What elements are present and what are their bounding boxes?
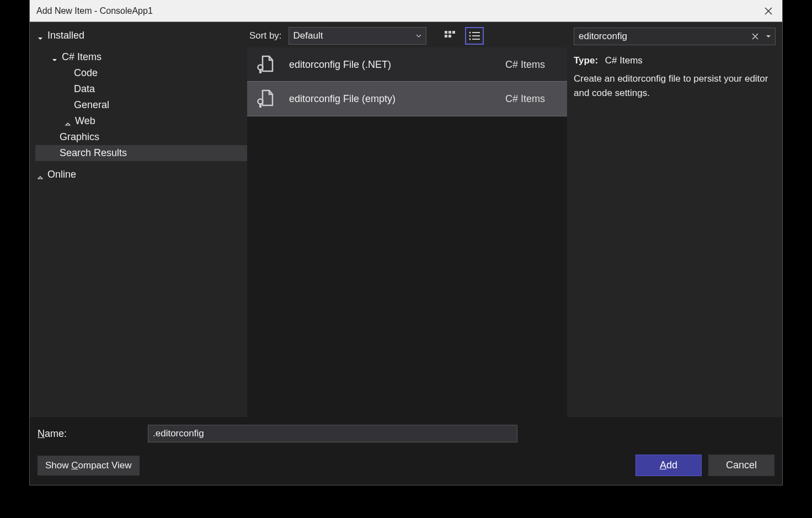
tree-item-data[interactable]: Data bbox=[35, 81, 247, 97]
window-title: Add New Item - ConsoleApp1 bbox=[36, 6, 153, 16]
svg-point-9 bbox=[469, 39, 471, 40]
type-label: Type: bbox=[574, 55, 598, 66]
svg-point-5 bbox=[469, 32, 471, 34]
titlebar: Add New Item - ConsoleApp1 bbox=[30, 0, 782, 22]
name-label: Name: bbox=[38, 428, 142, 440]
tree-label: C# Items bbox=[62, 51, 101, 63]
list-icon bbox=[469, 31, 480, 40]
category-tree: Installed C# Items Code Data General bbox=[30, 22, 247, 417]
tree-label: Online bbox=[47, 169, 76, 180]
details-panel: Type: C# Items Create an editorconfig fi… bbox=[567, 22, 782, 417]
chevron-right-icon bbox=[65, 118, 72, 125]
item-category: C# Items bbox=[505, 59, 545, 71]
chevron-down-icon bbox=[52, 54, 58, 61]
add-button[interactable]: Add bbox=[635, 455, 702, 476]
tree-label: Data bbox=[74, 83, 95, 95]
add-new-item-dialog: Add New Item - ConsoleApp1 Installed C# … bbox=[29, 0, 783, 485]
tree-item-code[interactable]: Code bbox=[35, 65, 247, 81]
tree-label: General bbox=[74, 99, 109, 111]
tree-label: Graphics bbox=[60, 131, 99, 143]
config-file-icon bbox=[253, 87, 276, 110]
list-item[interactable]: editorconfig File (.NET) C# Items bbox=[247, 47, 567, 82]
tree-label: Search Results bbox=[60, 147, 127, 159]
chevron-down-icon bbox=[38, 33, 44, 39]
close-icon bbox=[765, 7, 772, 15]
search-history-dropdown[interactable] bbox=[762, 34, 775, 39]
svg-rect-12 bbox=[259, 69, 261, 73]
tree-item-online[interactable]: Online bbox=[35, 167, 247, 183]
center-panel: Sort by: Default bbox=[247, 22, 567, 417]
search-input[interactable] bbox=[574, 31, 749, 42]
sort-by-dropdown[interactable]: Default bbox=[289, 27, 426, 45]
svg-rect-10 bbox=[472, 39, 480, 40]
svg-rect-8 bbox=[472, 35, 480, 36]
description-text: Create an editorconfig file to persist y… bbox=[574, 72, 776, 100]
list-toolbar: Sort by: Default bbox=[247, 22, 567, 47]
svg-rect-14 bbox=[259, 103, 261, 108]
view-large-icons-button[interactable] bbox=[441, 27, 460, 45]
grid-icon bbox=[445, 31, 456, 41]
tree-label: Code bbox=[74, 67, 98, 79]
close-button[interactable] bbox=[760, 3, 777, 19]
chevron-down-icon bbox=[766, 34, 771, 39]
config-file-icon bbox=[253, 53, 276, 76]
tree-item-csharp-items[interactable]: C# Items bbox=[35, 49, 247, 65]
svg-rect-1 bbox=[448, 31, 451, 34]
view-details-button[interactable] bbox=[465, 27, 484, 45]
tree-item-search-results[interactable]: Search Results bbox=[35, 145, 247, 161]
tree-item-web[interactable]: Web bbox=[35, 113, 247, 129]
dialog-body: Installed C# Items Code Data General bbox=[30, 22, 782, 417]
svg-rect-6 bbox=[472, 32, 480, 33]
svg-rect-2 bbox=[452, 31, 455, 34]
tree-label: Web bbox=[75, 115, 95, 127]
show-compact-view-button[interactable]: Show Compact View bbox=[38, 456, 140, 476]
name-row: Name: bbox=[38, 425, 774, 442]
sort-by-label: Sort by: bbox=[249, 30, 282, 41]
svg-rect-0 bbox=[445, 31, 447, 34]
chevron-down-icon bbox=[416, 33, 421, 39]
tree-label: Installed bbox=[47, 30, 84, 41]
sort-by-value: Default bbox=[293, 30, 323, 41]
type-row: Type: C# Items bbox=[574, 55, 776, 66]
tree-item-general[interactable]: General bbox=[35, 97, 247, 113]
item-name: editorconfig File (.NET) bbox=[289, 59, 492, 71]
footer-buttons: Show Compact View Add Cancel bbox=[38, 455, 774, 476]
tree-item-graphics[interactable]: Graphics bbox=[35, 129, 247, 145]
right-buttons: Add Cancel bbox=[635, 455, 774, 476]
item-category: C# Items bbox=[505, 93, 545, 105]
cancel-button[interactable]: Cancel bbox=[708, 455, 774, 476]
clear-search-button[interactable] bbox=[749, 33, 762, 40]
item-name: editorconfig File (empty) bbox=[289, 93, 492, 105]
type-value: C# Items bbox=[605, 55, 643, 66]
svg-point-7 bbox=[469, 35, 471, 37]
name-input[interactable] bbox=[148, 425, 517, 442]
template-list: editorconfig File (.NET) C# Items editor… bbox=[247, 47, 567, 417]
search-box[interactable] bbox=[574, 28, 776, 45]
close-icon bbox=[752, 33, 758, 40]
svg-rect-4 bbox=[448, 35, 451, 38]
list-item[interactable]: editorconfig File (empty) C# Items bbox=[247, 82, 567, 116]
svg-rect-3 bbox=[445, 35, 447, 38]
chevron-right-icon bbox=[38, 172, 44, 178]
tree-item-installed[interactable]: Installed bbox=[35, 28, 247, 44]
dialog-footer: Name: Show Compact View Add Cancel bbox=[30, 417, 782, 485]
